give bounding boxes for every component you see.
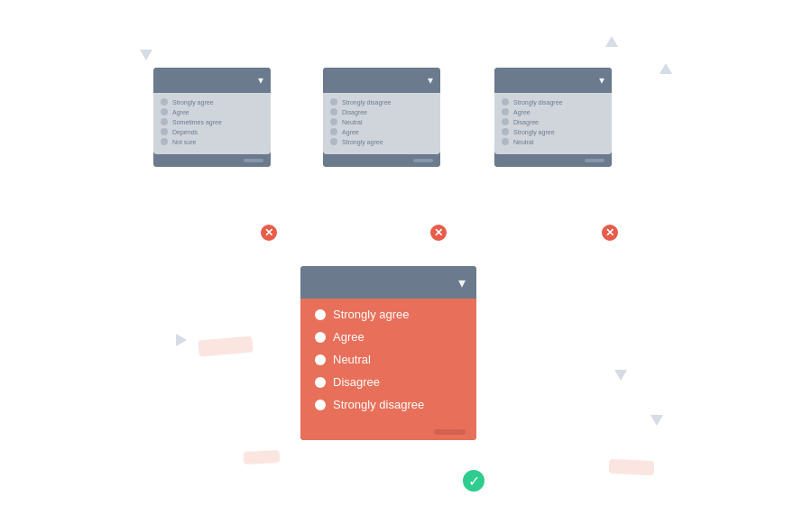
chevron-icon-3: ▾ [599,74,604,87]
deco-blob-2 [609,459,655,476]
list-item: Disagree [315,375,462,389]
error-badge-2: ✕ [429,223,448,243]
list-item: Strongly disagree [315,398,462,411]
bad-dropdown-1-footer [153,154,271,167]
item-label: Strongly disagree [342,99,391,106]
good-dropdown-header: ▾ [300,266,476,299]
success-icon: ✓ [468,473,480,490]
deco-tri-3 [660,63,672,74]
list-item: Neutral [502,138,604,145]
radio-dot [330,108,337,115]
chevron-icon-good: ▾ [458,274,466,291]
good-dropdown-footer [300,424,476,440]
item-label: Agree [172,109,189,115]
deco-tri-2 [605,36,618,47]
radio-dot [330,128,337,135]
list-item: Strongly agree [315,308,462,321]
item-label: Sometimes agree [172,119,222,125]
item-label: Neutral [513,139,534,145]
radio-dot [315,400,326,410]
scene: ▾ Strongly agree Agree Sometimes agree D… [0,0,812,515]
deco-blob-3 [244,450,281,464]
deco-tri-6 [651,415,663,426]
error-icon-3: ✕ [605,226,614,239]
bad-dropdown-3-footer [494,154,612,167]
footer-bar [244,159,263,162]
item-label: Agree [342,129,359,135]
list-item: Agree [315,330,462,344]
list-item: Disagree [330,108,433,115]
error-badge-3: ✕ [600,223,620,243]
chevron-icon-2: ▾ [428,74,433,87]
bad-dropdown-2-footer [323,154,440,167]
list-item: Sometimes agree [161,118,263,125]
radio-dot [315,354,326,365]
item-label: Not sure [172,139,196,145]
list-item: Depends [161,128,263,135]
list-item: Agree [161,108,263,115]
chevron-icon-1: ▾ [258,74,263,87]
item-label: Agree [513,109,531,115]
radio-dot [502,138,509,145]
radio-dot [161,138,168,145]
bad-dropdown-3-header: ▾ [494,68,612,93]
deco-tri-4 [176,334,187,346]
radio-dot [315,377,326,388]
good-dropdown-body: Strongly agree Agree Neutral Disagree St… [300,299,476,424]
list-item: Disagree [502,118,604,125]
radio-dot [330,98,337,106]
bad-dropdown-1-body: Strongly agree Agree Sometimes agree Dep… [153,93,271,154]
radio-dot [315,309,326,320]
item-label: Neutral [333,353,371,366]
item-label: Disagree [513,119,539,125]
radio-dot [330,118,337,125]
item-label: Strongly agree [333,308,410,321]
bad-dropdown-2-header: ▾ [323,68,440,93]
item-label: Strongly disagree [333,398,424,411]
success-badge: ✓ [460,467,487,494]
list-item: Strongly disagree [502,98,604,106]
deco-tri-1 [140,50,152,60]
bad-dropdown-2-body: Strongly disagree Disagree Neutral Agree… [323,93,440,154]
bad-dropdown-1-header: ▾ [153,68,271,93]
list-item: Strongly disagree [330,98,433,106]
radio-dot [502,98,509,106]
item-label: Strongly agree [342,139,383,145]
footer-bar [585,159,604,162]
item-label: Strongly disagree [513,99,562,106]
item-label: Disagree [342,109,367,115]
error-icon-1: ✕ [264,226,273,239]
list-item: Agree [502,108,604,115]
list-item: Neutral [315,353,462,366]
list-item: Strongly agree [161,98,263,106]
item-label: Strongly agree [513,129,555,135]
radio-dot [315,332,326,343]
item-label: Neutral [342,119,363,125]
deco-tri-5 [614,370,627,381]
bad-dropdown-3: ▾ Strongly disagree Agree Disagree Stron… [494,68,612,167]
item-label: Agree [333,330,364,344]
bad-dropdown-3-body: Strongly disagree Agree Disagree Strongl… [494,93,612,154]
item-label: Disagree [333,375,380,389]
footer-bar [434,429,466,435]
list-item: Neutral [330,118,433,125]
radio-dot [502,118,509,125]
good-dropdown: ▾ Strongly agree Agree Neutral Disagree … [300,266,476,440]
item-label: Depends [172,129,198,135]
list-item: Strongly agree [330,138,433,145]
deco-blob-1 [198,336,253,356]
error-icon-2: ✕ [434,226,443,239]
radio-dot [161,128,168,135]
radio-dot [502,128,509,135]
radio-dot [502,108,509,115]
list-item: Strongly agree [502,128,604,135]
radio-dot [330,138,337,145]
bad-dropdown-1: ▾ Strongly agree Agree Sometimes agree D… [153,68,271,167]
footer-bar [413,159,433,162]
radio-dot [161,98,168,106]
radio-dot [161,118,168,125]
radio-dot [161,108,168,115]
list-item: Not sure [161,138,263,145]
item-label: Strongly agree [172,99,214,106]
bad-dropdown-2: ▾ Strongly disagree Disagree Neutral Agr… [323,68,440,167]
